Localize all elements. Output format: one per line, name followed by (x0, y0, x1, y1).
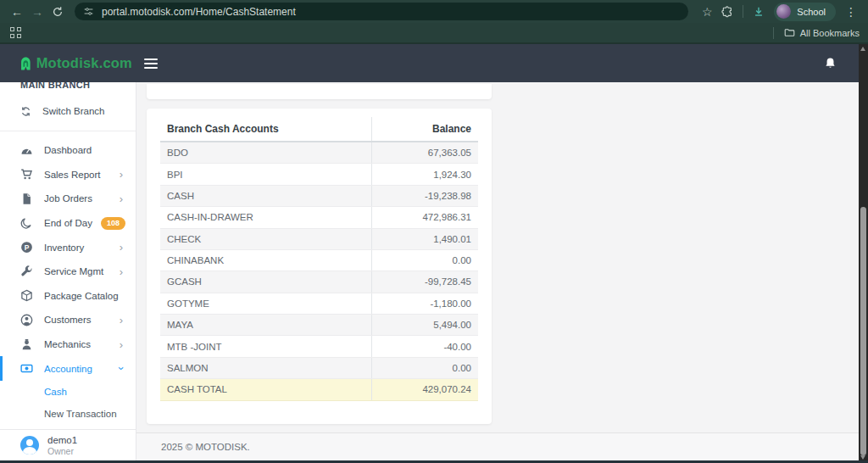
table-row: BPI1,924.30 (160, 164, 478, 185)
sidebar-item-label: Job Orders (44, 193, 92, 204)
sidebar-item-dashboard[interactable]: Dashboard (0, 138, 136, 163)
sidebar-item-switch-branch[interactable]: Switch Branch (0, 98, 136, 124)
sidebar-item-label: Customers (44, 315, 92, 325)
page-footer: 2025 © MOTODISK. (136, 432, 859, 460)
main-content: Branch Cash Accounts Balance BDO67,363.0… (136, 82, 859, 460)
sidebar-subitem-label: New Transaction (44, 409, 117, 419)
motodisk-logo-icon (20, 53, 31, 75)
sidebar-item-inventory[interactable]: PInventory› (0, 235, 136, 259)
sidebar-item-customers[interactable]: Customers› (0, 308, 136, 332)
account-name-cell: CHECK (160, 228, 372, 249)
account-name-cell: MAYA (160, 315, 372, 336)
account-name-cell: MTB -JOINT (160, 336, 372, 357)
sidebar-user[interactable]: demo1 Owner (0, 429, 136, 460)
scrollbar-down-arrow[interactable] (860, 455, 865, 460)
user-role: Owner (47, 446, 77, 456)
moon-icon (20, 217, 33, 230)
sidebar-item-label: Sales Report (44, 170, 100, 180)
user-avatar (20, 436, 39, 455)
sidebar-item-label: Mechanics (44, 339, 91, 349)
sidebar-item-accounting[interactable]: Accounting› (0, 356, 136, 381)
browser-toolbar: ← → portal.motodisk.com/Home/CashStateme… (0, 0, 868, 23)
balance-cell: 0.00 (372, 357, 478, 378)
sidebar-item-label: Package Catalog (44, 291, 119, 301)
table-row: BDO67,363.05 (160, 142, 478, 164)
sidebar-item-job-orders[interactable]: Job Orders› (0, 187, 136, 211)
package-icon (20, 289, 33, 302)
refresh-icon[interactable] (47, 3, 68, 21)
chevron-right-icon: › (120, 193, 123, 204)
hamburger-menu-icon[interactable] (144, 59, 163, 69)
account-name-cell: CASH (160, 185, 372, 206)
url-bar[interactable]: portal.motodisk.com/Home/CashStatement (75, 3, 688, 20)
table-row: MAYA5,494.00 (160, 315, 478, 336)
sidebar-item-label: Service Mgmt (44, 266, 103, 276)
scrolled-card-remnant (147, 84, 492, 99)
balance-cell: -40.00 (372, 336, 478, 357)
sidebar-subitem-new-transaction[interactable]: New Transaction (0, 403, 136, 425)
table-row: CASH-19,238.98 (160, 185, 478, 206)
chevron-right-icon: › (120, 315, 123, 326)
chevron-right-icon: › (120, 339, 123, 350)
table-row: GOTYME-1,180.00 (160, 293, 478, 314)
sidebar-subitem-cash[interactable]: Cash (0, 381, 136, 403)
sidebar-nav: DashboardSales Report›Job Orders›End of … (0, 138, 136, 425)
count-badge: 108 (101, 217, 125, 230)
column-header-balance: Balance (372, 117, 478, 142)
all-bookmarks-button[interactable]: All Bookmarks (784, 27, 860, 38)
cash-accounts-card: Branch Cash Accounts Balance BDO67,363.0… (147, 109, 492, 424)
all-bookmarks-label: All Bookmarks (800, 28, 860, 38)
forward-icon[interactable]: → (27, 3, 47, 21)
chevron-right-icon: › (120, 169, 123, 180)
sidebar-item-sales-report[interactable]: Sales Report› (0, 163, 136, 187)
user-name: demo1 (47, 435, 77, 445)
extensions-icon[interactable] (717, 3, 737, 21)
table-row: CHINABANK0.00 (160, 249, 478, 271)
bookmark-star-icon[interactable]: ☆ (697, 3, 717, 21)
balance-cell: 0.00 (372, 249, 478, 271)
dashboard-icon (20, 144, 33, 157)
page-scrollbar[interactable] (859, 44, 868, 463)
sidebar-item-label: Dashboard (44, 145, 92, 155)
app-logo-text: Motodisk.com (36, 55, 132, 71)
sidebar-item-label: Inventory (44, 243, 84, 253)
sidebar: MAIN BRANCH Switch Branch DashboardSales… (0, 82, 136, 460)
back-icon[interactable]: ← (7, 3, 27, 21)
sidebar-item-package-catalog[interactable]: Package Catalog (0, 284, 136, 309)
profile-avatar (776, 4, 791, 19)
profile-chip[interactable]: School (774, 3, 836, 21)
sidebar-item-mechanics[interactable]: Mechanics› (0, 332, 136, 357)
downloads-icon[interactable] (748, 3, 769, 21)
notifications-bell-icon[interactable] (824, 57, 837, 70)
total-label: CASH TOTAL (160, 379, 372, 400)
site-settings-icon[interactable] (83, 6, 94, 17)
app-header: Motodisk.com (0, 44, 859, 82)
scrollbar-thumb[interactable] (860, 207, 866, 455)
menu-kebab-icon[interactable]: ⋮ (841, 3, 861, 21)
chevron-down-icon: › (115, 366, 126, 370)
wrench-icon (20, 265, 33, 278)
column-header-accounts: Branch Cash Accounts (160, 117, 372, 142)
scrollbar-up-arrow[interactable] (860, 47, 865, 51)
bookmarks-separator (773, 27, 774, 39)
app-logo[interactable]: Motodisk.com (20, 53, 132, 75)
sidebar-item-end-of-day[interactable]: End of Day108 (0, 211, 136, 236)
table-row: CASH-IN-DRAWER472,986.31 (160, 207, 478, 228)
product-icon: P (20, 241, 33, 254)
toolbar-separator (743, 5, 743, 18)
balance-cell: 1,490.01 (372, 228, 478, 249)
file-icon (20, 192, 33, 205)
apps-grid-icon[interactable] (10, 27, 21, 38)
table-total-row: CASH TOTAL 429,070.24 (160, 379, 478, 400)
cash-accounts-table: Branch Cash Accounts Balance BDO67,363.0… (160, 117, 478, 401)
sidebar-subitem-label: Cash (44, 387, 67, 397)
balance-cell: 67,363.05 (372, 142, 478, 164)
table-row: MTB -JOINT-40.00 (160, 336, 478, 357)
sidebar-item-service-mgmt[interactable]: Service Mgmt› (0, 259, 136, 284)
profile-name: School (797, 7, 826, 17)
table-row: CHECK1,490.01 (160, 228, 478, 249)
folder-icon (784, 27, 795, 38)
account-name-cell: CHINABANK (160, 249, 372, 271)
table-row: SALMON0.00 (160, 357, 478, 378)
balance-cell: -99,728.45 (372, 271, 478, 293)
